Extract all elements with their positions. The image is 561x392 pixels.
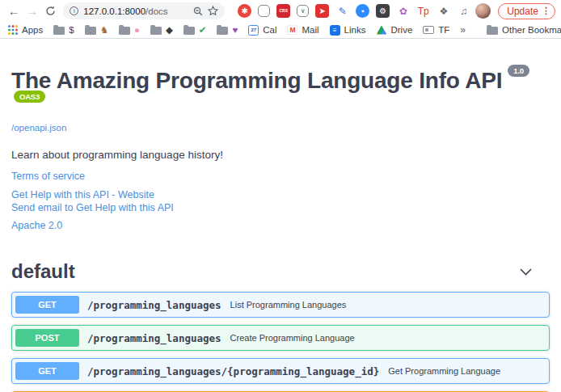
contact-website-link[interactable]: Get Help with this API - Website <box>11 190 550 201</box>
apps-launcher[interactable]: Apps <box>8 25 43 35</box>
bookmarks-overflow-label: » <box>460 24 466 36</box>
highlighter-icon[interactable]: ✎ <box>335 4 349 18</box>
bookmark-mail[interactable]: M Mail <box>287 25 318 35</box>
opblock-get[interactable]: GET /programming_languages/{programming_… <box>11 358 550 384</box>
method-badge: POST <box>15 329 79 347</box>
url-path: /docs <box>146 6 168 16</box>
bookmark-links-label: Links <box>344 25 366 35</box>
bookmark-links-icon: ≡ <box>330 25 340 36</box>
other-bookmarks[interactable]: Other Bookmarks <box>487 25 561 35</box>
bookmark-folder-heart-label: ♥ <box>232 25 238 35</box>
adblock-icon[interactable]: ✱ <box>238 4 251 18</box>
bookmark-folder-dollar-label: $ <box>69 25 74 35</box>
bookmark-calendar[interactable]: 27 Cal <box>248 25 276 36</box>
apps-launcher-icon <box>8 25 18 35</box>
bookmark-folder-leaf-label: ✔ <box>199 24 207 36</box>
reload-icon[interactable] <box>42 2 58 20</box>
opblock-get[interactable]: GET /programming_languages List Programm… <box>11 292 550 318</box>
zoom-camera-icon[interactable]: ▪ <box>356 4 369 18</box>
bookmark-folder-leaf[interactable]: ✔ <box>183 24 207 36</box>
bookmark-folder-brain[interactable]: ● <box>119 25 140 35</box>
extensions-row: ✱CBS∨➤✎▪⚙✿Tp❖♫ <box>238 4 470 18</box>
tampermonkey-icon[interactable]: Tp <box>416 4 430 18</box>
back-icon[interactable]: ← <box>6 2 22 20</box>
endpoint-summary: Create Programming Language <box>230 333 355 343</box>
tag-section-title: default <box>11 260 520 283</box>
browser-chrome: ← → 127.0.0.1:8000/docs <box>0 0 561 39</box>
api-title-text: The Amazing Programming Language Info AP… <box>11 68 502 93</box>
bookmark-folder-brain-label: ● <box>134 25 140 35</box>
bookmark-tf-icon <box>423 26 434 34</box>
puzzle-icon[interactable]: ❖ <box>437 4 450 18</box>
bookmark-folder-grad-cap[interactable]: ◆ <box>150 24 173 36</box>
contact-email-link[interactable]: Send email to Get Help with this API <box>11 203 550 214</box>
bookmark-mail-icon: M <box>287 25 297 35</box>
zoom-out-icon[interactable] <box>193 6 203 16</box>
bookmark-folder-dollar[interactable]: $ <box>53 25 74 35</box>
bookmark-folder-grad-cap-icon <box>150 27 162 35</box>
oas3-badge: OAS3 <box>14 91 45 103</box>
bookmark-drive[interactable]: Drive <box>376 25 412 35</box>
api-description: Learn about programming language history… <box>11 149 550 161</box>
bookmark-calendar-icon: 27 <box>248 25 259 36</box>
bookmark-mail-label: Mail <box>302 25 318 35</box>
bookmark-tf[interactable]: TF <box>423 25 449 35</box>
bookmark-folder-grad-cap-label: ◆ <box>166 24 173 36</box>
chevron-down-icon[interactable] <box>520 268 532 276</box>
bookmark-folder-heart[interactable]: ♥ <box>217 25 238 35</box>
endpoint-summary: Get Programming Language <box>388 366 500 376</box>
license-link[interactable]: Apache 2.0 <box>11 221 550 232</box>
bookmark-star-icon[interactable] <box>208 6 218 16</box>
swagger-ui-page: The Amazing Programming Language Info AP… <box>0 68 561 392</box>
cbs-icon[interactable]: CBS <box>276 4 290 18</box>
update-label: Update <box>507 6 538 17</box>
bookmark-folder-horse-icon <box>85 27 96 35</box>
bookmark-folder-horse[interactable]: ♞ <box>85 24 108 36</box>
method-badge: GET <box>15 362 79 380</box>
other-bookmarks-icon <box>487 27 498 35</box>
endpoint-summary: List Programming Languages <box>230 300 347 310</box>
apps-launcher-label: Apps <box>22 25 43 35</box>
other-bookmarks-label: Other Bookmarks <box>502 25 561 35</box>
bookmark-folder-leaf-icon <box>183 27 195 35</box>
chat-bubble-icon[interactable] <box>258 5 270 17</box>
gear-warning-icon[interactable]: ⚙ <box>376 4 390 18</box>
flower-icon[interactable]: ✿ <box>396 4 410 18</box>
send-arrow-icon[interactable]: ➤ <box>315 4 329 18</box>
bookmark-tf-label: TF <box>438 25 449 35</box>
reload-glyph <box>45 6 56 16</box>
version-badge: 1.0 <box>508 65 529 77</box>
endpoint-path: /programming_languages <box>87 299 221 311</box>
page-title: The Amazing Programming Language Info AP… <box>11 68 550 120</box>
page-info-icon[interactable] <box>70 6 78 15</box>
forward-icon[interactable]: → <box>23 2 40 20</box>
url-host: 127.0.0.1:8000 <box>83 6 146 16</box>
browser-toolbar: ← → 127.0.0.1:8000/docs <box>0 0 561 22</box>
opblock-post[interactable]: POST /programming_languages Create Progr… <box>11 325 550 351</box>
profile-avatar[interactable] <box>475 3 491 19</box>
bookmark-folder-heart-icon <box>217 27 228 35</box>
bookmark-drive-label: Drive <box>390 25 412 35</box>
tag-section-header-default[interactable]: default <box>11 260 550 283</box>
operations-list: GET /programming_languages List Programm… <box>11 292 550 392</box>
bookmark-calendar-label: Cal <box>263 25 276 35</box>
url-text: 127.0.0.1:8000/docs <box>83 6 188 16</box>
terms-of-service-link[interactable]: Terms of service <box>11 171 550 183</box>
bookmark-folder-horse-label: ♞ <box>100 24 108 36</box>
bookmarks-bar: Apps $ ♞ ● ◆ ✔ ♥ 27 Cal M Mail ≡ Links D… <box>0 22 561 39</box>
bookmark-drive-icon <box>376 26 386 35</box>
media-playlist-icon[interactable]: ♫ <box>457 4 470 18</box>
address-bar[interactable]: 127.0.0.1:8000/docs <box>63 2 225 19</box>
bookmarks-overflow[interactable]: » <box>460 24 466 36</box>
endpoint-path: /programming_languages <box>87 332 221 344</box>
openapi-spec-link[interactable]: /openapi.json <box>11 123 66 133</box>
bookmark-links[interactable]: ≡ Links <box>330 25 366 36</box>
update-button[interactable]: Update ⋮ <box>498 3 555 19</box>
pocket-icon[interactable]: ∨ <box>297 5 309 17</box>
api-info-links: Terms of service Get Help with this API … <box>11 171 550 232</box>
bookmark-folder-dollar-icon <box>53 27 65 35</box>
endpoint-path: /programming_languages/{programming_lang… <box>87 365 379 377</box>
browser-menu-icon[interactable]: ⋮ <box>542 6 550 16</box>
method-badge: GET <box>15 296 79 314</box>
bookmark-folder-brain-icon <box>119 27 130 35</box>
